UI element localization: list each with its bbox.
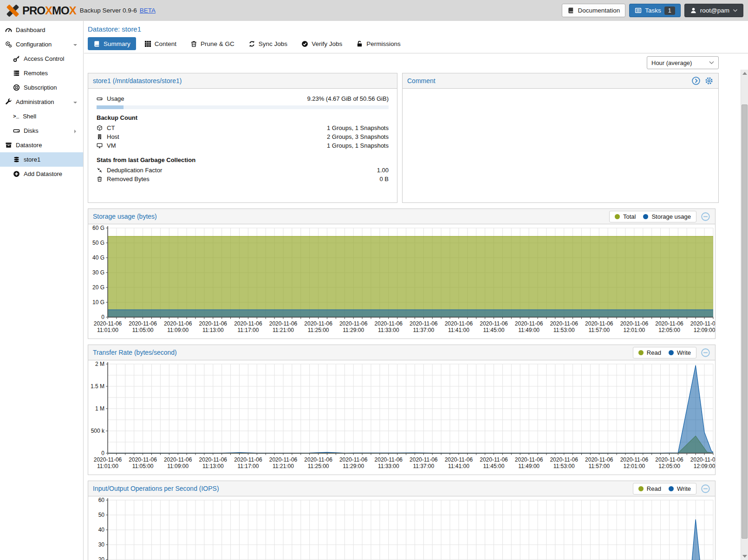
time-range-select[interactable]: Hour (average) <box>647 56 719 69</box>
svg-text:12:05:00: 12:05:00 <box>658 463 680 469</box>
scrollbar-thumb[interactable] <box>741 104 748 539</box>
svg-text:2020-11-06: 2020-11-06 <box>445 456 473 463</box>
tab-bar: Summary Content Prune & GC Sync Jobs Ver… <box>88 37 748 50</box>
dedup-label: Deduplication Factor <box>107 167 162 174</box>
dedup-row: Deduplication Factor 1.00 <box>97 166 389 175</box>
edit-chevron-circle-icon[interactable] <box>691 76 701 85</box>
svg-text:11:25:00: 11:25:00 <box>308 327 329 333</box>
tab-sync-jobs[interactable]: Sync Jobs <box>243 37 293 50</box>
desktop-icon <box>97 143 107 149</box>
svg-text:2020-11-06: 2020-11-06 <box>375 320 403 327</box>
storage-usage-chart-panel: Storage usage (bytes) Total Storage usag… <box>88 208 715 339</box>
svg-text:2020-11-06: 2020-11-06 <box>585 456 613 463</box>
ct-row: CT 1 Groups, 1 Snapshots <box>97 124 389 132</box>
user-menu-button[interactable]: root@pam <box>684 4 743 17</box>
legend-item-read[interactable]: Read <box>638 485 661 492</box>
documentation-button[interactable]: Documentation <box>562 4 625 17</box>
collapse-minus-circle-icon[interactable] <box>701 484 710 494</box>
legend-label: Storage usage <box>651 213 691 220</box>
legend-item-read[interactable]: Read <box>638 349 661 356</box>
tab-content[interactable]: Content <box>139 37 182 50</box>
svg-text:2020-11-06: 2020-11-06 <box>339 320 368 327</box>
chart-legend: Total Storage usage <box>609 211 696 222</box>
legend-item-write[interactable]: Write <box>669 349 691 356</box>
svg-text:2020-11-06: 2020-11-06 <box>480 320 508 327</box>
svg-text:10 G: 10 G <box>92 299 104 306</box>
tab-label: Verify Jobs <box>312 40 342 47</box>
svg-text:2020-11-06: 2020-11-06 <box>690 320 715 327</box>
svg-text:500 k: 500 k <box>91 428 105 434</box>
tab-label: Summary <box>104 40 130 47</box>
removed-bytes-value: 0 B <box>379 176 389 182</box>
content: store1 (/mnt/datastores/store1) Usage 9.… <box>84 73 748 560</box>
sidebar-item-label: Datastore <box>16 142 42 149</box>
sidebar-item-shell[interactable]: >_ Shell <box>0 109 83 124</box>
svg-text:2020-11-06: 2020-11-06 <box>515 456 543 463</box>
collapse-caret-icon[interactable] <box>73 99 78 106</box>
sidebar-item-add-datastore[interactable]: Add Datastore <box>0 167 83 181</box>
expand-caret-icon[interactable] <box>73 128 78 135</box>
beta-link[interactable]: BETA <box>140 7 156 14</box>
collapse-caret-icon[interactable] <box>73 42 78 49</box>
svg-text:11:21:00: 11:21:00 <box>273 463 294 469</box>
settings-gear-icon[interactable] <box>704 76 714 85</box>
transfer-rate-chart: 2 M1.5 M1 M500 k02020-11-0611:01:002020-… <box>88 360 715 475</box>
compress-icon <box>97 167 107 173</box>
svg-text:11:29:00: 11:29:00 <box>343 327 364 333</box>
sidebar-item-datastore[interactable]: Datastore <box>0 138 83 152</box>
main-area: Datastore: store1 Summary Content Prune … <box>84 21 748 560</box>
svg-text:11:41:00: 11:41:00 <box>448 463 469 469</box>
scroll-down-arrow[interactable] <box>741 553 748 560</box>
sidebar-item-label: Shell <box>23 113 36 120</box>
svg-text:12:01:00: 12:01:00 <box>624 463 645 469</box>
product-version: Backup Server 0.9-6 <box>80 7 137 14</box>
sidebar-item-configuration[interactable]: Configuration <box>0 37 83 52</box>
wrench-icon <box>5 98 12 105</box>
svg-text:11:09:00: 11:09:00 <box>167 463 189 469</box>
svg-text:2020-11-06: 2020-11-06 <box>480 456 508 463</box>
svg-text:2020-11-06: 2020-11-06 <box>234 456 262 463</box>
svg-text:50 G: 50 G <box>92 240 104 246</box>
legend-item-storage-usage[interactable]: Storage usage <box>643 213 691 220</box>
svg-text:2020-11-06: 2020-11-06 <box>620 320 649 327</box>
user-label: root@pam <box>700 7 729 14</box>
tab-permissions[interactable]: Permissions <box>351 37 406 50</box>
sidebar-item-disks[interactable]: Disks <box>0 124 83 138</box>
tab-summary[interactable]: Summary <box>88 37 136 50</box>
collapse-minus-circle-icon[interactable] <box>701 348 710 358</box>
collapse-minus-circle-icon[interactable] <box>701 212 710 221</box>
tab-label: Content <box>155 40 176 47</box>
chart-legend: Read Write <box>633 483 696 495</box>
legend-dot <box>643 214 648 219</box>
svg-text:11:05:00: 11:05:00 <box>132 463 154 469</box>
sidebar-item-access-control[interactable]: Access Control <box>0 52 83 66</box>
sidebar-item-label: store1 <box>24 156 40 163</box>
vertical-scrollbar[interactable] <box>741 70 748 560</box>
sidebar-item-subscription[interactable]: Subscription <box>0 80 83 95</box>
tasks-button[interactable]: Tasks 1 <box>629 4 680 17</box>
sidebar-item-remotes[interactable]: Remotes <box>0 66 83 80</box>
trash-icon <box>97 176 107 182</box>
legend-item-write[interactable]: Write <box>669 485 691 492</box>
sidebar-item-dashboard[interactable]: Dashboard <box>0 23 83 37</box>
scroll-up-arrow[interactable] <box>741 70 748 77</box>
tab-verify-jobs[interactable]: Verify Jobs <box>296 37 348 50</box>
legend-item-total[interactable]: Total <box>615 213 636 220</box>
svg-text:11:33:00: 11:33:00 <box>378 463 399 469</box>
svg-text:2020-11-06: 2020-11-06 <box>129 456 157 463</box>
svg-text:11:01:00: 11:01:00 <box>97 463 118 469</box>
sidebar-item-administration[interactable]: Administration <box>0 95 83 109</box>
tab-prune-gc[interactable]: Prune & GC <box>185 37 240 50</box>
svg-text:2020-11-06: 2020-11-06 <box>199 456 228 463</box>
sidebar-item-label: Dashboard <box>16 26 46 33</box>
sidebar: Dashboard Configuration Access Control R… <box>0 21 84 560</box>
svg-text:11:09:00: 11:09:00 <box>167 327 189 333</box>
svg-text:30: 30 <box>98 541 105 548</box>
proxmox-logo: PROXMOX <box>5 3 76 19</box>
svg-text:2020-11-06: 2020-11-06 <box>269 320 298 327</box>
svg-text:2020-11-06: 2020-11-06 <box>94 456 122 463</box>
legend-label: Read <box>647 485 661 492</box>
svg-text:11:45:00: 11:45:00 <box>483 327 505 333</box>
building-icon <box>97 134 107 140</box>
sidebar-item-store1[interactable]: store1 <box>0 152 83 167</box>
